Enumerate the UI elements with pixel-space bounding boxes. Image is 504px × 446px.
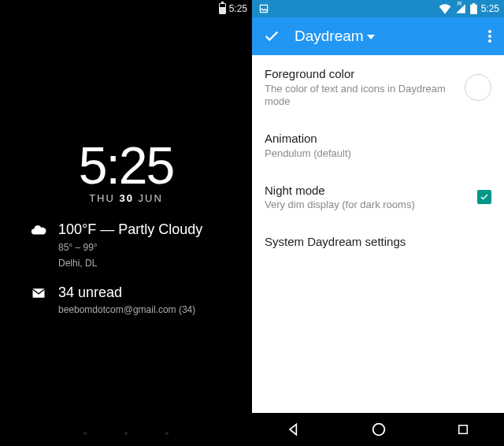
row-title: Foreground color — [265, 66, 455, 82]
row-subtitle: Pendulum (default) — [265, 147, 491, 161]
row-system-daydream[interactable]: System Daydream settings — [252, 223, 504, 261]
clock-widget: 5:25 THU 30 JUN — [0, 136, 252, 204]
signal-icon: R — [455, 3, 466, 14]
status-bar-left: 5:25 — [0, 0, 252, 17]
svg-rect-3 — [472, 3, 475, 5]
screenshot-icon — [258, 3, 269, 14]
appbar-title: Daydream — [295, 28, 364, 45]
svg-point-7 — [373, 424, 385, 436]
row-animation[interactable]: Animation Pendulum (default) — [252, 120, 504, 171]
confirm-button[interactable] — [263, 28, 280, 45]
status-time: 5:25 — [481, 3, 499, 14]
date-number: 30 — [119, 192, 133, 204]
svg-point-5 — [488, 35, 491, 38]
app-bar: Daydream — [252, 17, 504, 55]
svg-rect-2 — [470, 5, 477, 14]
weather-headline: 100°F — Partly Cloudy — [58, 221, 202, 239]
empty-space — [252, 261, 504, 413]
clock-time: 5:25 — [0, 136, 252, 195]
back-button[interactable] — [286, 422, 302, 437]
row-foreground-color[interactable]: Foreground color The color of text and i… — [252, 55, 504, 120]
date-month: JUN — [139, 192, 163, 204]
svg-rect-1 — [260, 5, 267, 12]
wifi-icon — [439, 3, 451, 14]
info-list: 100°F — Partly Cloudy 85° – 99° Delhi, D… — [0, 221, 252, 317]
row-title: Night mode — [265, 183, 468, 199]
svg-point-6 — [488, 39, 491, 43]
battery-icon — [470, 3, 477, 14]
clock-date: THU 30 JUN — [0, 192, 252, 204]
svg-rect-8 — [458, 426, 467, 434]
weather-location: Delhi, DL — [58, 256, 202, 270]
weather-icon — [30, 221, 47, 239]
date-day: THU — [89, 192, 115, 204]
svg-point-4 — [488, 30, 491, 33]
recents-button[interactable] — [456, 422, 470, 437]
mail-account: beebomdotcom@gmail.com (34) — [58, 303, 195, 317]
row-night-mode[interactable]: Night mode Very dim display (for dark ro… — [252, 172, 504, 223]
battery-icon — [219, 3, 226, 14]
daydream-screen: 5:25 5:25 THU 30 JUN 100°F — Partly Clou… — [0, 0, 252, 446]
checkbox-checked-icon[interactable] — [477, 190, 491, 204]
dot — [124, 432, 128, 435]
row-subtitle: Very dim display (for dark rooms) — [265, 199, 468, 212]
dot — [83, 432, 87, 435]
mail-headline: 34 unread — [58, 284, 195, 302]
appbar-title-dropdown[interactable]: Daydream — [295, 28, 468, 45]
weather-item: 100°F — Partly Cloudy 85° – 99° Delhi, D… — [30, 221, 252, 270]
weather-range: 85° – 99° — [58, 240, 202, 255]
overflow-menu-button[interactable] — [482, 24, 498, 49]
mail-icon — [30, 284, 47, 302]
color-swatch[interactable] — [465, 74, 491, 101]
mail-item: 34 unread beebomdotcom@gmail.com (34) — [30, 284, 252, 318]
row-subtitle: The color of text and icons in Daydream … — [265, 83, 455, 110]
row-title: Animation — [265, 131, 491, 147]
svg-rect-0 — [33, 288, 45, 298]
nav-bar — [252, 413, 504, 446]
settings-screen: R 5:25 Daydream — [252, 0, 504, 446]
settings-list: Foreground color The color of text and i… — [252, 55, 504, 261]
page-dots — [0, 432, 252, 435]
chevron-down-icon — [367, 28, 375, 45]
dot — [165, 432, 169, 435]
row-title: System Daydream settings — [265, 234, 491, 250]
status-time: 5:25 — [229, 3, 247, 14]
status-bar-right: R 5:25 — [252, 0, 504, 17]
home-button[interactable] — [370, 421, 387, 438]
